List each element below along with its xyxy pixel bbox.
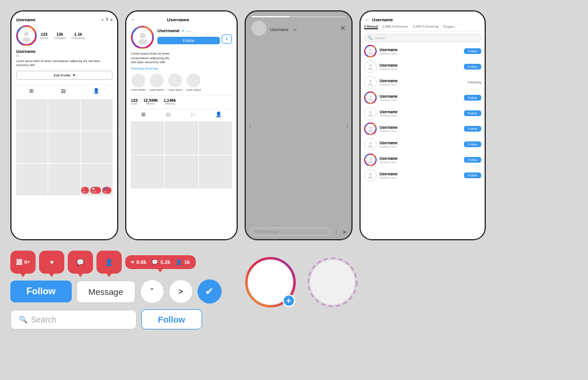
phone4-item5-follow-btn[interactable]: Follow — [464, 110, 481, 116]
phone1-following-num: 1.1k — [72, 32, 85, 36]
phone-4: ← Username 2 Mutual 2,980 Followers 4,25… — [359, 10, 486, 240]
phone4-item3-avatar — [364, 76, 377, 89]
phone2-tab-grid[interactable]: ⊞ — [141, 112, 146, 117]
ui-components: 🖼 9+ ♥ 💬 👤 ♥ 8.6k 💬 5.2k 👤 1k — [10, 251, 222, 329]
story-circles: + — [245, 256, 358, 308]
phone4-item4-avatar — [364, 91, 377, 104]
phone2-cell-3[interactable] — [199, 121, 232, 155]
phone1-tab-grid[interactable]: ⊞ — [29, 88, 34, 94]
svg-point-8 — [369, 80, 372, 83]
phone1-bio: Lorem ipsum dolor sit amet, consectetuer… — [16, 59, 113, 67]
phone1-tab-list[interactable]: ▤ — [61, 88, 66, 94]
phone3-content-area — [246, 36, 351, 239]
phone2-cell-5[interactable] — [165, 155, 198, 189]
search-input-container[interactable]: 🔍 Search — [10, 310, 137, 329]
phone4-item1-info: Username Address here — [380, 48, 461, 55]
phone2-title: Username — [136, 17, 220, 22]
phone4-item4-follow-btn[interactable]: Follow — [464, 95, 481, 101]
phone1-cell-3[interactable] — [81, 99, 113, 130]
phone1-cell-1[interactable] — [16, 99, 48, 130]
chevron-down-icon: ˅ — [150, 287, 154, 296]
verified-checkmark-icon: ✔ — [205, 285, 214, 298]
phone1-cell-2[interactable] — [48, 99, 80, 130]
forward-button[interactable]: > — [169, 279, 193, 304]
phone1-cell-5[interactable] — [48, 131, 80, 163]
phone4-item3-sub: Address here — [380, 83, 465, 86]
phone2-story-3[interactable]: Lorem ipsum — [168, 74, 183, 91]
phone1-cell-7[interactable] — [16, 164, 48, 195]
phone4-title: Username — [372, 17, 393, 22]
phone4-item2-follow-btn[interactable]: Follow — [464, 64, 481, 70]
phone2-follow-button[interactable]: Follow — [157, 37, 220, 44]
phone1-stat-follower: 12k Follower — [54, 32, 66, 40]
phone3-dots-icon[interactable]: ⋮ — [334, 229, 339, 235]
menu-icon[interactable]: ≡ — [110, 18, 113, 22]
phone2-cell-4[interactable] — [131, 155, 164, 189]
phone1-follower-lbl: Follower — [54, 36, 66, 40]
action-buttons-row: Follow Message ˅ > ✔ — [10, 279, 222, 304]
phone1-edit-chevron: ▾ — [73, 73, 75, 78]
story-circle-add[interactable]: + — [245, 256, 296, 308]
phone2-tab-list[interactable]: ▤ — [166, 112, 171, 117]
story-add-plus-icon[interactable]: + — [283, 294, 295, 307]
phone3-close-icon[interactable]: ✕ — [340, 24, 346, 32]
plus-icon[interactable]: + — [102, 18, 104, 22]
phone4-item6-sub: Address here — [380, 129, 461, 133]
phone2-username: Username — [157, 28, 180, 33]
phone4-item6-follow-btn[interactable]: Follow — [464, 126, 481, 132]
svg-point-4 — [369, 49, 372, 52]
svg-point-13 — [368, 114, 373, 117]
notif-media-count: 9+ — [24, 259, 30, 265]
phone1-posts-lbl: Posts — [40, 36, 48, 40]
phone3-next-icon[interactable]: › — [346, 121, 349, 130]
phone4-tab-suggest[interactable]: Sugge... — [443, 25, 457, 29]
phone4-search-placeholder[interactable]: Search — [374, 36, 385, 40]
message-button[interactable]: Message — [76, 281, 136, 303]
phone4-item1-follow-btn[interactable]: Follow — [464, 48, 481, 54]
phone2-cell-6[interactable] — [199, 155, 232, 189]
phone4-tab-followers[interactable]: 2,980 Followers — [382, 25, 408, 29]
phone2-tab-tag[interactable]: 👤 — [215, 112, 222, 117]
phone4-item4-sub: Address here — [380, 98, 461, 102]
phone4-item3-info: Username Address here — [380, 79, 465, 86]
svg-point-14 — [369, 126, 372, 129]
verified-badge: ✔ — [198, 279, 222, 304]
phone4-item-2: Username Address here Follow — [364, 60, 481, 73]
phone1-cell-4[interactable] — [16, 131, 48, 163]
follow-outline-button[interactable]: Follow — [141, 309, 202, 329]
phone2-cell-2[interactable] — [165, 121, 198, 155]
phone3-message-input[interactable]: Send Message — [250, 228, 331, 236]
phone2-tab-video[interactable]: ▷ — [191, 112, 195, 117]
phone2-chevron-button[interactable]: ▾ — [222, 34, 232, 44]
phone2-story-4[interactable]: Lorem ipsum — [186, 74, 201, 91]
phone4-search-bar: 🔍 Search — [364, 34, 481, 42]
bottom-section: 🖼 9+ ♥ 💬 👤 ♥ 8.6k 💬 5.2k 👤 1k — [0, 246, 588, 334]
phone3-prev-icon[interactable]: ‹ — [249, 121, 252, 130]
phone1-tab-tag[interactable]: 👤 — [93, 88, 99, 94]
phone4-item8-follow-btn[interactable]: Follow — [464, 157, 481, 163]
phone4-item7-avatar — [364, 138, 377, 151]
phone4-tab-following[interactable]: 4,255 Following — [413, 25, 439, 29]
phone4-tab-mutual[interactable]: 2 Mutual — [364, 25, 378, 29]
phone2-stat-follower: 12,546k follower — [144, 98, 158, 105]
phone1-cell-9[interactable]: ♥ 8.6 💬 1.2k 👤 1k — [81, 164, 113, 195]
chevron-down-button[interactable]: ˅ — [140, 279, 164, 304]
phone2-dots-icon[interactable]: ··· — [187, 28, 191, 34]
phone4-item9-follow-btn[interactable]: Follow — [464, 172, 481, 178]
phone1-edit-btn[interactable]: Edit Profile ▾ — [16, 71, 113, 80]
follow-button-large[interactable]: Follow — [10, 281, 72, 302]
phone3-send-icon[interactable]: ➤ — [342, 229, 347, 235]
phone1-cell-8[interactable] — [48, 164, 80, 195]
phone2-story-2[interactable]: Lorem ipsum — [149, 74, 164, 91]
phone2-story-1[interactable]: Lorem ipsum — [131, 74, 146, 91]
phone1-bottombar: 🏠 🔍 ⊕ ♡ 👤 — [11, 239, 117, 240]
phone4-item7-follow-btn[interactable]: Follow — [464, 141, 481, 147]
notif-badge-comment: 💬 — [68, 251, 93, 274]
phone4-back-icon[interactable]: ← — [365, 17, 370, 22]
phone2-cell-1[interactable] — [131, 121, 164, 155]
notif-comment-icon: 💬 — [76, 259, 84, 266]
phone1-cell-6[interactable] — [81, 131, 113, 163]
phone2-back[interactable]: ← — [131, 17, 136, 22]
filter-icon[interactable]: ⊽ — [106, 17, 109, 22]
notif-detail-comment-count: 5.2k — [160, 259, 171, 265]
